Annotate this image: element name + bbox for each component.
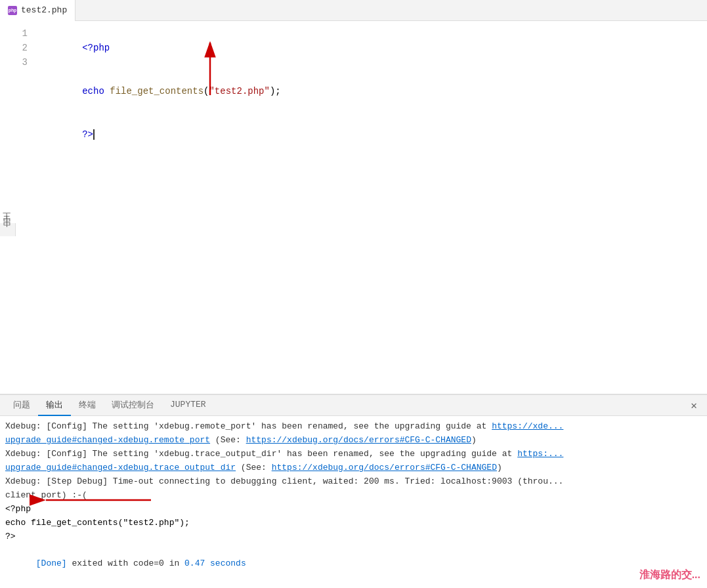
output-line-2: upgrade_guide#changed-xdebug.remote_port… xyxy=(5,434,702,447)
php-file-icon: php xyxy=(8,6,17,15)
tab-debug-console[interactable]: 调试控制台 xyxy=(104,395,162,416)
editor-area: php test2.php 1 2 3 <?php echo file_get_… xyxy=(0,0,707,394)
output-line-4: upgrade_guide#changed-xdebug.trace_outpu… xyxy=(5,461,702,474)
red-arrow-annotation-2 xyxy=(39,494,158,513)
code-line-3: ?> xyxy=(38,113,702,156)
output-link-3[interactable]: https://xdebug.org/docs/errors#CFG-C-CHA… xyxy=(246,435,471,445)
tab-output[interactable]: 输出 xyxy=(38,395,71,416)
output-link-2[interactable]: upgrade_guide#changed-xdebug.remote_port xyxy=(5,435,210,445)
line-numbers: 1 2 3 xyxy=(0,24,33,159)
output-line-5: Xdebug: [Step Debug] Time-out connecting… xyxy=(5,475,702,488)
output-link-6[interactable]: https://xdebug.org/docs/errors#CFG-C-CHA… xyxy=(272,463,497,472)
output-link-4[interactable]: https:... xyxy=(517,449,563,459)
file-tab-item[interactable]: php test2.php xyxy=(0,0,75,21)
file-tab-bar: php test2.php xyxy=(0,0,707,21)
tab-jupyter[interactable]: JUPYTER xyxy=(162,395,214,416)
tab-terminal[interactable]: 终端 xyxy=(71,395,104,416)
output-line-3: Xdebug: [Config] The setting 'xdebug.tra… xyxy=(5,448,702,461)
code-lines[interactable]: <?php echo file_get_contents("test2.php"… xyxy=(33,24,707,159)
output-done-line: [Done] exited with code=0 in 0.47 second… xyxy=(5,544,702,583)
panel-close-button[interactable]: ✕ xyxy=(686,398,702,413)
output-line-1: Xdebug: [Config] The setting 'xdebug.rem… xyxy=(5,420,702,433)
output-link-5[interactable]: upgrade_guide#changed-xdebug.trace_outpu… xyxy=(5,463,236,472)
output-link-1[interactable]: https://xde... xyxy=(492,421,563,431)
bottom-panel: 问题 输出 终端 调试控制台 JUPYTER ✕ Xdebug: [Config… xyxy=(0,394,707,588)
output-line-9: ?> xyxy=(5,530,702,543)
tab-problems[interactable]: 问题 xyxy=(5,395,38,416)
output-line-8: echo file_get_contents("test2.php"); xyxy=(5,516,702,530)
code-line-2: echo file_get_contents("test2.php"); xyxy=(38,70,702,113)
file-tab-label: test2.php xyxy=(21,5,67,15)
left-sidebar-panel: 王 中 中 xyxy=(0,223,16,236)
panel-output-content: Xdebug: [Config] The setting 'xdebug.rem… xyxy=(0,416,707,588)
panel-tab-bar: 问题 输出 终端 调试控制台 JUPYTER ✕ xyxy=(0,395,707,416)
code-line-1: <?php xyxy=(38,26,702,70)
code-editor: 1 2 3 <?php echo file_get_contents("test… xyxy=(0,21,707,159)
